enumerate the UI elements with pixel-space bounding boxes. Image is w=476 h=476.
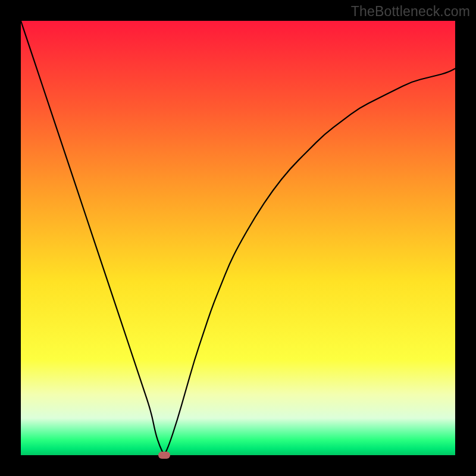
chart-frame: TheBottleneck.com (0, 0, 476, 476)
gradient-background (21, 21, 455, 455)
svg-rect-0 (21, 21, 455, 455)
watermark-text: TheBottleneck.com (351, 4, 470, 20)
plot-area (21, 21, 455, 455)
